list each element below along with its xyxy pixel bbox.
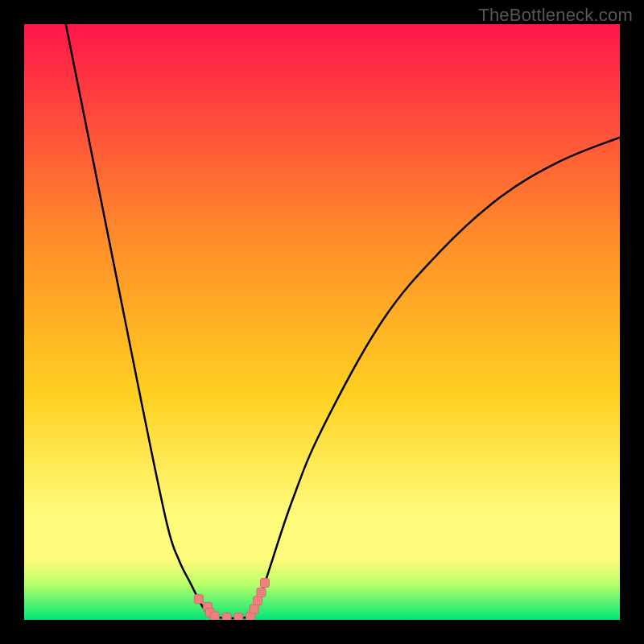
plot-area <box>24 24 620 620</box>
sweet-spot-marker <box>194 595 203 604</box>
sweet-spot-marker <box>254 597 262 605</box>
sweet-spot-marker <box>250 605 258 613</box>
gradient-background <box>24 24 620 620</box>
sweet-spot-marker <box>257 588 266 597</box>
sweet-spot-marker <box>234 613 243 620</box>
chart-svg <box>24 24 620 620</box>
sweet-spot-marker <box>210 612 219 620</box>
sweet-spot-marker <box>222 613 231 620</box>
sweet-spot-marker <box>260 579 269 588</box>
watermark-text: TheBottleneck.com <box>478 5 633 26</box>
chart-frame: TheBottleneck.com <box>0 0 644 644</box>
